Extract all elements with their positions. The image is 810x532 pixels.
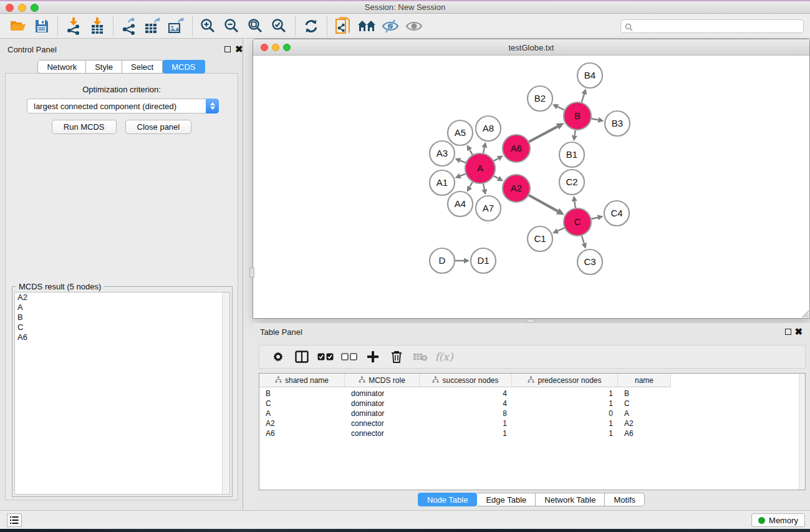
graph-edge-C-C2[interactable] [574,201,575,208]
tab-edge-table[interactable]: Edge Table [477,493,536,506]
table-row-A2[interactable]: A2connector11A2 [259,418,799,428]
function-builder-icon[interactable]: f(x) [435,347,453,366]
network-canvas[interactable]: B4B2BB3A8A5A6A3B1AC2A1A2A4A7C4CC1C3DD1 [253,56,809,318]
tab-select[interactable]: Select [122,60,163,74]
optimization-label: Optimization criterion: [6,85,238,94]
memory-label: Memory [769,516,798,525]
column-header-shared-name[interactable]: shared name [259,374,345,387]
close-panel-icon[interactable]: ✖ [235,46,243,52]
result-scrollbar[interactable] [222,293,229,494]
search-input[interactable] [620,19,804,33]
table-cell: dominator [345,389,420,399]
save-session-icon[interactable] [30,16,54,37]
split-divider-handle-vertical[interactable] [249,268,254,278]
table-panel: Table Panel ✖ f(x) [253,323,810,510]
export-image-icon[interactable] [165,16,188,37]
graph-edge-A-A8[interactable] [483,147,485,153]
graph-edge-B-B4[interactable] [582,94,584,102]
export-network-icon[interactable] [117,16,141,37]
table-row-A6[interactable]: A6connector11A6 [259,428,799,438]
graph-edge-A-A2[interactable] [494,176,498,178]
table-scrollbar[interactable] [799,374,805,490]
graph-edge-A-A5[interactable] [470,150,473,155]
graph-edge-A-A4[interactable] [470,182,473,187]
column-header-MCDS-role[interactable]: MCDS role [345,374,420,387]
table-cell: dominator [345,409,420,418]
column-header-predecessor-nodes[interactable]: predecessor nodes [512,374,618,387]
memory-button[interactable]: Memory [751,513,805,527]
show-eye-icon[interactable] [402,16,426,37]
delete-table-icon[interactable] [412,347,429,366]
refresh-icon[interactable] [299,16,323,37]
graph-edge-A2-C[interactable] [529,195,557,211]
column-view-icon[interactable] [293,347,311,366]
graph-edge-B-B1[interactable] [574,130,575,136]
settings-gear-icon[interactable] [269,347,287,366]
graph-edge-C-C3[interactable] [582,236,584,243]
application-window: Session: New Session [0,0,810,532]
table-row-B[interactable]: Bdominator41B [259,389,799,399]
home-icon[interactable] [355,16,378,37]
float-panel-icon[interactable] [224,46,231,52]
graph-edge-B-B3[interactable] [592,118,599,120]
mcds-result-item[interactable]: A [15,302,229,312]
tab-mcds[interactable]: MCDS [163,60,205,74]
table-row-A[interactable]: Adominator80A [259,409,799,418]
tab-style[interactable]: Style [86,60,122,74]
zoom-in-icon[interactable] [196,16,220,37]
close-table-panel-icon[interactable]: ✖ [794,329,803,335]
add-column-icon[interactable] [364,347,382,366]
close-panel-button[interactable]: Close panel [125,120,192,134]
zoom-selected-icon[interactable] [268,16,291,37]
column-header-label: name [635,376,653,385]
float-table-panel-icon[interactable] [785,329,791,335]
task-history-button[interactable] [7,513,22,527]
node-table: shared nameMCDS rolesuccessor nodesprede… [259,373,806,490]
toolbar-separator [192,16,193,36]
graph-node-label: D [439,255,446,266]
export-table-icon[interactable] [141,16,165,37]
zoom-fit-icon[interactable] [244,16,268,37]
graph-node-label: A [477,163,483,173]
mcds-result-item[interactable]: A6 [15,332,229,342]
delete-column-icon[interactable] [388,347,405,366]
network-file-icon[interactable] [331,16,355,37]
graph-edge-C-C4[interactable] [591,218,597,219]
select-stepper-icon [206,99,219,114]
criterion-select[interactable]: largest connected component (directed) [27,99,219,114]
graph-edge-C-C1[interactable] [557,228,564,231]
tab-node-table[interactable]: Node Table [418,493,478,506]
table-cell: 4 [420,389,512,399]
graph-edge-A-A1[interactable] [460,174,466,176]
import-network-icon[interactable] [62,16,85,37]
graph-node-label: C1 [534,233,546,244]
tab-motifs[interactable]: Motifs [605,493,645,506]
graph-node-label: A6 [511,143,522,153]
toolbar-separator [113,16,113,36]
graph-edge-A-A7[interactable] [483,183,485,189]
search-icon [625,22,633,34]
window-resize-grip[interactable] [801,309,809,317]
hide-eye-icon[interactable] [378,16,402,37]
table-cell: connector [345,418,420,428]
graph-edge-A-A3[interactable] [460,160,466,162]
graph-edge-A-A6[interactable] [494,158,498,161]
tab-network-table[interactable]: Network Table [536,493,605,506]
graph-edge-A6-B[interactable] [529,127,557,142]
deselect-all-checkboxes-icon[interactable] [340,347,358,366]
open-session-icon[interactable] [6,16,30,37]
tab-network[interactable]: Network [37,60,86,74]
select-all-checkboxes-icon[interactable] [317,347,334,366]
mcds-result-item[interactable]: B [15,312,229,322]
column-header-name[interactable]: name [618,374,671,387]
import-table-icon[interactable] [85,16,109,37]
titlebar[interactable]: Session: New Session [0,0,810,14]
graph-edge-B-B2[interactable] [557,107,564,110]
table-row-C[interactable]: Cdominator41C [259,399,799,409]
mcds-result-item[interactable]: C [15,322,229,332]
mcds-result-item[interactable]: A2 [15,293,229,302]
zoom-out-icon[interactable] [220,16,244,37]
column-header-successor-nodes[interactable]: successor nodes [420,374,512,387]
network-window-titlebar[interactable]: testGlobe.txt [253,39,809,56]
run-mcds-button[interactable]: Run MCDS [52,120,117,134]
